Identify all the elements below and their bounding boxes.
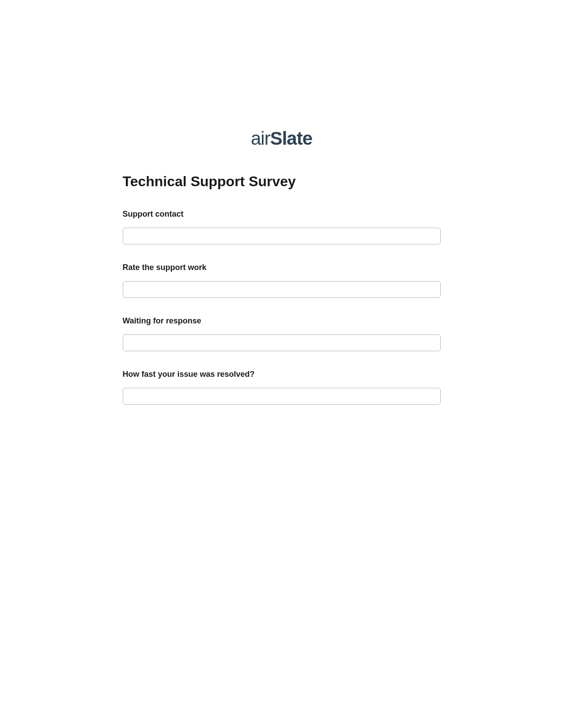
field-resolution-speed: How fast your issue was resolved?	[123, 370, 441, 405]
field-label-support-contact: Support contact	[123, 210, 441, 219]
field-waiting-response: Waiting for response	[123, 316, 441, 351]
input-support-contact[interactable]	[123, 228, 441, 244]
field-label-rate-support: Rate the support work	[123, 263, 441, 272]
input-resolution-speed[interactable]	[123, 388, 441, 405]
logo-prefix: air	[251, 128, 270, 149]
field-support-contact: Support contact	[123, 210, 441, 244]
field-rate-support: Rate the support work	[123, 263, 441, 298]
input-rate-support[interactable]	[123, 281, 441, 298]
logo: airSlate	[123, 128, 441, 149]
form-container: airSlate Technical Support Survey Suppor…	[123, 0, 441, 405]
logo-suffix: Slate	[270, 128, 312, 149]
form-title: Technical Support Survey	[123, 173, 441, 190]
logo-text: airSlate	[251, 128, 312, 149]
field-label-waiting-response: Waiting for response	[123, 316, 441, 326]
field-label-resolution-speed: How fast your issue was resolved?	[123, 370, 441, 379]
input-waiting-response[interactable]	[123, 334, 441, 351]
